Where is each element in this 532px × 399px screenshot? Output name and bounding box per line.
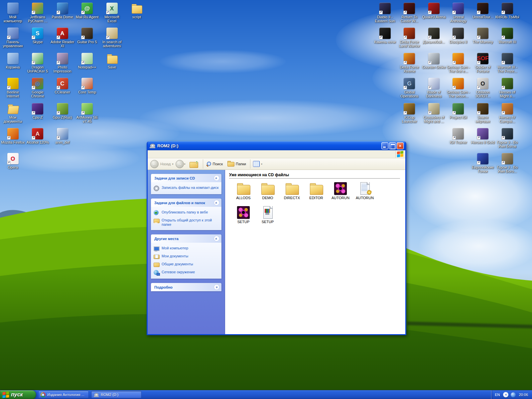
desktop-icon[interactable]: Heroes II Gold xyxy=(470,128,495,144)
desktop-icon[interactable]: Core Temp xyxy=(75,78,99,94)
task-panel-item[interactable]: Сетевое окружение xyxy=(154,270,219,275)
desktop-icon[interactable]: Panda Dome xyxy=(50,3,74,19)
desktop-icon[interactable]: Корзина xyxy=(1,53,25,69)
taskbar-task[interactable]: Издания Антология ... xyxy=(38,391,89,398)
desktop-icon[interactable]: Мой компьютер xyxy=(1,3,25,23)
desktop-icon[interactable]: Cpu-Z xyxy=(26,103,50,119)
title-bar[interactable]: ROM2 (D:) × xyxy=(148,141,405,150)
maximize-button[interactable] xyxy=(389,142,396,149)
desktop-icon[interactable]: Warcraft III xyxy=(495,28,519,44)
desktop-icon[interactable]: Европейские Гонки xyxy=(470,153,495,173)
desktop-icon[interactable]: anm_def xyxy=(50,128,74,144)
desktop-icon[interactable]: ◎ Google Chrome xyxy=(26,78,50,98)
desktop-icon[interactable]: UnrealTour... xyxy=(470,3,495,19)
desktop-icon[interactable]: ICCup Launcher xyxy=(397,103,422,123)
desktop-icon[interactable]: IGI Trainer xyxy=(446,128,470,144)
desktop-icon[interactable]: Beeline Internet xyxy=(1,78,25,98)
desktop-icon[interactable]: Дальнобой... xyxy=(422,28,446,44)
desktop-icon[interactable]: Delta Force Xtreme xyxy=(397,53,422,73)
task-panel-header[interactable]: Задачи для записи CD « xyxy=(151,174,221,182)
desktop-icon[interactable]: O Opera xyxy=(1,153,25,169)
file-item[interactable]: ALLODS xyxy=(232,182,255,200)
search-label[interactable]: Поиск xyxy=(213,162,223,166)
desktop-icon[interactable]: Камень ночи xyxy=(373,28,397,44)
chevron-icon[interactable]: « xyxy=(214,175,219,181)
desktop-icon[interactable]: Warcraft III - The Froze... xyxy=(495,53,519,73)
up-button[interactable] xyxy=(190,160,198,168)
task-panel-item[interactable]: Мои документы xyxy=(154,254,219,259)
file-item[interactable]: SETUP xyxy=(232,206,255,224)
file-item[interactable]: DIRECTX xyxy=(280,182,304,200)
desktop-icon[interactable]: Heroes IV Campai... xyxy=(495,103,519,123)
file-item[interactable]: AUTORUN xyxy=(329,182,352,200)
desktop-icon[interactable]: КНЯЗЬ ТЬМЫ xyxy=(495,3,519,19)
desktop-icon[interactable]: Serious Sam - The secon... xyxy=(446,78,470,98)
forward-dropdown-icon[interactable]: ▾ xyxy=(184,163,186,166)
desktop-icon[interactable]: Counter-Strike xyxy=(422,53,446,69)
file-item[interactable]: SETUP xyxy=(256,206,279,224)
desktop-icon[interactable]: SOF Soldier of Fortune xyxy=(470,53,495,73)
desktop-icon[interactable]: C CCleaner xyxy=(50,78,74,94)
task-panel-item[interactable]: Записать файлы на компакт-диск xyxy=(154,186,219,191)
task-panel-item[interactable]: Открыть общий доступ к этой папке xyxy=(154,218,219,227)
desktop-icon[interactable]: Mozilla Firefox xyxy=(1,128,25,144)
desktop-icon[interactable]: Project IGI xyxy=(446,103,470,119)
desktop-icon[interactable]: O Oblivion ЗОЛОТ... xyxy=(470,78,495,98)
chevron-icon[interactable]: « xyxy=(214,284,219,290)
desktop-icon[interactable]: Return To Castle W... xyxy=(397,3,422,23)
desktop-icon[interactable]: Diablo II - Eastern Sun xyxy=(373,3,397,23)
desktop-icon[interactable]: The Mummy xyxy=(470,28,495,44)
start-button[interactable]: пуск xyxy=(0,390,36,399)
desktop-icon[interactable]: X Microsoft Excel xyxy=(100,3,124,23)
back-button[interactable]: ← xyxy=(150,160,159,168)
desktop-icon[interactable]: JetBrains PyCharm ... xyxy=(26,3,50,23)
desktop-icon[interactable]: Guitar Pro 5 xyxy=(75,28,99,44)
folders-icon[interactable] xyxy=(227,161,234,167)
desktop-icon[interactable]: S Skype xyxy=(26,28,50,44)
desktop-icon[interactable]: Quake3 Arena xyxy=(422,3,446,19)
desktop-icon[interactable]: Crusaders of Might and ... xyxy=(422,103,446,123)
desktop-icon[interactable]: Мои документы xyxy=(1,103,25,123)
desktop-icon[interactable]: Земля мёртвых xyxy=(470,103,495,123)
search-icon[interactable] xyxy=(206,161,211,167)
chevron-icon[interactable]: « xyxy=(214,200,219,205)
desktop-icon[interactable]: Heroes of Might a... xyxy=(495,78,519,98)
desktop-icon[interactable]: Delta Force Land Warrior xyxy=(397,28,422,48)
desktop-icon[interactable]: G Global Operations xyxy=(397,78,422,98)
taskbar-task[interactable]: ROM2 (D:) xyxy=(91,391,142,398)
views-dropdown-icon[interactable]: ▾ xyxy=(261,163,262,166)
task-panel-item[interactable]: Опубликовать папку в вебе xyxy=(154,210,219,215)
desktop-icon[interactable]: ArtMoney SE v7.45 xyxy=(75,103,99,123)
chevron-icon[interactable]: « xyxy=(214,236,219,241)
desktop-icon[interactable]: Unreal Anthology xyxy=(446,3,470,23)
hide-icons-chevron-icon[interactable]: « xyxy=(503,392,508,397)
desktop-icon[interactable]: In search of adventures xyxy=(100,28,124,48)
desktop-icon[interactable]: Герои 3 - Во Имя Богов xyxy=(495,128,519,148)
desktop-icon[interactable]: Disciples II xyxy=(446,28,470,44)
desktop-icon[interactable]: Save xyxy=(100,53,124,69)
desktop-icon[interactable]: Photo Impression xyxy=(50,53,74,73)
desktop-icon[interactable]: script xyxy=(125,3,149,19)
views-icon[interactable] xyxy=(253,161,260,167)
back-dropdown-icon[interactable]: ▾ xyxy=(172,163,174,166)
desktop-icon[interactable]: A Adobe Reader XI xyxy=(50,28,74,48)
tray-icon[interactable] xyxy=(511,392,516,397)
task-panel-item[interactable]: Мой компьютер xyxy=(154,246,219,251)
folders-label[interactable]: Папки xyxy=(236,162,246,166)
file-item[interactable]: EDITOR xyxy=(305,182,328,200)
desktop-icon[interactable]: Blade of Darkness xyxy=(422,78,446,98)
task-panel-header[interactable]: Подробно « xyxy=(151,283,221,291)
minimize-button[interactable] xyxy=(381,142,388,149)
desktop-icon[interactable]: @ Mail Ru Agent xyxy=(75,3,99,19)
language-indicator[interactable]: EN xyxy=(495,393,500,397)
desktop-icon[interactable]: Панель управления xyxy=(1,28,25,48)
file-item[interactable]: DEMO xyxy=(256,182,279,200)
file-item[interactable]: AUTORUN xyxy=(353,182,376,200)
desktop-icon[interactable]: Serious Sam - The first e... xyxy=(446,53,470,73)
desktop-icon[interactable]: A Alcohol 120% xyxy=(26,128,50,144)
desktop-icon[interactable]: Dragon UnPACKer 5 xyxy=(26,53,50,73)
desktop-icon[interactable]: Герои 3 - Во Имя Бого... xyxy=(495,153,519,173)
desktop-icon[interactable]: Gpu-Z(Rus) xyxy=(50,103,74,119)
task-panel-header[interactable]: Другие места « xyxy=(151,234,221,243)
task-panel-header[interactable]: Задачи для файлов и папок « xyxy=(151,199,221,207)
